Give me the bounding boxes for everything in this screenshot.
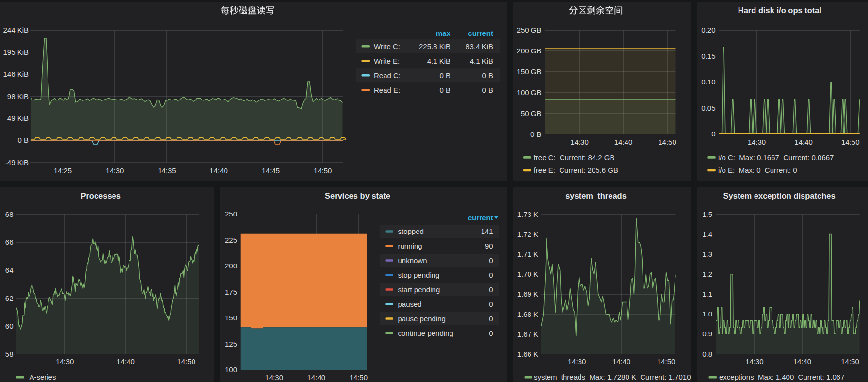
svg-text:0 B: 0 B — [482, 71, 493, 80]
svg-text:start pending: start pending — [398, 285, 440, 294]
svg-text:max: max — [436, 29, 451, 37]
svg-text:14:40: 14:40 — [116, 357, 135, 365]
svg-text:250 GB: 250 GB — [517, 26, 542, 34]
svg-text:14:30: 14:30 — [745, 357, 764, 365]
svg-text:14:50: 14:50 — [350, 373, 368, 382]
svg-text:free E: Current: 205.6 GB: free E: Current: 205.6 GB — [534, 166, 618, 174]
svg-text:free C: Current: 84.2 GB: free C: Current: 84.2 GB — [534, 153, 615, 162]
svg-text:1.4: 1.4 — [702, 230, 712, 238]
svg-text:1.5: 1.5 — [702, 210, 712, 218]
svg-text:175: 175 — [225, 288, 237, 296]
svg-text:A-series: A-series — [29, 373, 56, 381]
svg-text:14:50: 14:50 — [177, 357, 196, 365]
svg-text:1.67 K: 1.67 K — [517, 330, 538, 338]
svg-text:Read E:: Read E: — [374, 86, 400, 94]
svg-text:14:30: 14:30 — [106, 166, 124, 175]
svg-text:0.20: 0.20 — [701, 26, 715, 34]
svg-text:100: 100 — [225, 365, 237, 374]
svg-text:14:40: 14:40 — [614, 138, 633, 146]
svg-text:0.8: 0.8 — [702, 350, 712, 358]
svg-text:0 B: 0 B — [439, 86, 450, 94]
svg-text:1.2: 1.2 — [702, 270, 712, 278]
svg-text:98 KiB: 98 KiB — [7, 92, 29, 100]
svg-text:125: 125 — [225, 340, 237, 348]
svg-text:1.1: 1.1 — [702, 290, 712, 298]
svg-text:Write C:: Write C: — [374, 42, 400, 50]
svg-text:Hard disk i/o ops total: Hard disk i/o ops total — [738, 6, 821, 15]
svg-text:1.69 K: 1.69 K — [517, 290, 538, 298]
svg-text:system_threads Max: 1.7280 K: system_threads Max: 1.7280 K Current: 1.… — [534, 373, 691, 381]
svg-text:-49 KiB: -49 KiB — [5, 158, 29, 166]
svg-text:200: 200 — [225, 262, 237, 270]
svg-text:250: 250 — [225, 210, 237, 218]
svg-text:195 KiB: 195 KiB — [3, 48, 29, 56]
svg-text:1.0: 1.0 — [702, 310, 712, 318]
svg-text:1.72 K: 1.72 K — [517, 230, 538, 238]
svg-text:14:40: 14:40 — [794, 138, 813, 146]
svg-text:14:25: 14:25 — [54, 166, 72, 175]
svg-text:Write E:: Write E: — [374, 57, 400, 65]
svg-text:60: 60 — [5, 322, 14, 330]
svg-text:1.68 K: 1.68 K — [517, 310, 538, 318]
svg-text:1.66 K: 1.66 K — [517, 350, 538, 358]
svg-text:14:30: 14:30 — [570, 138, 589, 146]
svg-text:i/o E: Max: 0 Current: 0: i/o E: Max: 0 Current: 0 — [718, 166, 797, 174]
svg-text:14:30: 14:30 — [265, 373, 284, 382]
svg-text:running: running — [398, 242, 422, 250]
svg-text:1.3: 1.3 — [702, 250, 712, 258]
svg-text:14:30: 14:30 — [568, 357, 586, 365]
svg-text:1.71 K: 1.71 K — [517, 250, 538, 258]
svg-text:0 B: 0 B — [17, 136, 29, 144]
svg-text:0.9: 0.9 — [702, 330, 712, 338]
svg-text:225: 225 — [225, 236, 237, 244]
svg-text:14:50: 14:50 — [314, 166, 332, 175]
svg-text:50 GB: 50 GB — [521, 109, 542, 117]
svg-text:90: 90 — [485, 242, 493, 250]
svg-text:4.1 KiB: 4.1 KiB — [427, 57, 450, 65]
svg-text:14:40: 14:40 — [209, 166, 228, 175]
svg-text:unknown: unknown — [398, 256, 427, 265]
svg-text:Services by state: Services by state — [325, 191, 390, 200]
svg-text:58: 58 — [5, 350, 14, 358]
svg-text:100 GB: 100 GB — [517, 88, 542, 97]
svg-text:146 KiB: 146 KiB — [3, 70, 29, 78]
svg-text:49 KiB: 49 KiB — [7, 114, 29, 122]
svg-text:14:35: 14:35 — [158, 166, 176, 175]
svg-text:14:50: 14:50 — [841, 357, 859, 365]
svg-text:14:50: 14:50 — [657, 357, 675, 365]
svg-text:0 B: 0 B — [482, 86, 493, 94]
svg-text:paused: paused — [398, 300, 422, 308]
svg-text:14:40: 14:40 — [793, 357, 812, 365]
svg-text:14:50: 14:50 — [841, 138, 860, 146]
svg-text:14:50: 14:50 — [658, 138, 676, 146]
svg-text:System exception dispatches: System exception dispatches — [723, 191, 836, 200]
svg-text:0: 0 — [489, 329, 493, 337]
svg-text:150 GB: 150 GB — [517, 67, 542, 76]
svg-text:150: 150 — [225, 314, 237, 322]
svg-text:0.05: 0.05 — [701, 104, 715, 112]
svg-text:0: 0 — [489, 256, 493, 265]
svg-text:0.15: 0.15 — [701, 52, 715, 60]
svg-text:0 B: 0 B — [530, 130, 542, 138]
svg-text:0: 0 — [711, 130, 715, 138]
svg-text:66: 66 — [5, 238, 14, 246]
svg-text:0: 0 — [489, 315, 493, 323]
svg-text:4.1 KiB: 4.1 KiB — [470, 57, 493, 65]
svg-text:62: 62 — [5, 294, 14, 302]
svg-text:current: current — [468, 29, 493, 37]
svg-text:244 KiB: 244 KiB — [3, 26, 29, 34]
svg-text:0.10: 0.10 — [701, 78, 715, 86]
svg-text:14:45: 14:45 — [262, 166, 280, 175]
svg-text:Read C:: Read C: — [374, 71, 401, 80]
svg-text:225.8 KiB: 225.8 KiB — [419, 42, 450, 50]
svg-text:0: 0 — [489, 300, 493, 308]
svg-text:stopped: stopped — [398, 227, 424, 235]
svg-text:i/o C: Max: 0.1667 Current:: i/o C: Max: 0.1667 Current: 0.0667 — [718, 153, 834, 162]
svg-text:Processes: Processes — [80, 191, 121, 200]
svg-text:stop pending: stop pending — [398, 271, 440, 279]
svg-text:continue pending: continue pending — [398, 329, 453, 337]
svg-text:0: 0 — [489, 285, 493, 294]
svg-text:0 B: 0 B — [439, 71, 450, 80]
svg-text:exceptions Max: 1.400 Curren: exceptions Max: 1.400 Current: 1.067 — [719, 373, 844, 381]
svg-text:system_threads: system_threads — [565, 191, 627, 200]
